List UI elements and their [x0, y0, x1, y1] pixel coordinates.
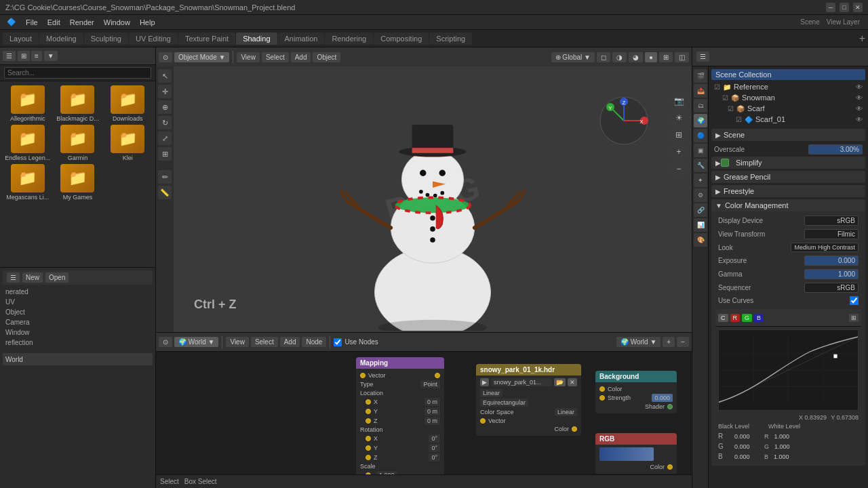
viewport-shading-wire[interactable]: ◻ — [597, 52, 610, 62]
image-equirectangular-value[interactable]: Equirectangular — [480, 399, 528, 407]
tree-scarf-01[interactable]: ☑ 🔷 Scarf_01 👁 — [711, 114, 865, 125]
view-layer-props-tab[interactable]: 🗂 — [694, 99, 707, 113]
tab-scripting[interactable]: Scripting — [429, 33, 472, 45]
overscale-value[interactable]: 3.00% — [808, 144, 863, 155]
modifier-props-tab[interactable]: 🔧 — [694, 159, 707, 172]
menu-window[interactable]: Window — [100, 17, 134, 28]
grid-view-button[interactable]: ⊞ — [18, 51, 30, 61]
data-props-tab[interactable]: 📊 — [694, 218, 707, 232]
tab-rendering[interactable]: Rendering — [325, 33, 373, 45]
folder-garmin[interactable]: 📁 — [60, 125, 94, 153]
zoom-in-icon[interactable]: + — [671, 144, 686, 159]
g-black-value[interactable]: 0.000 — [734, 443, 762, 450]
select-tool-icon[interactable]: ↖ — [158, 69, 172, 83]
gamma-value[interactable]: 1.000 — [804, 269, 859, 279]
grid-icon[interactable]: ⊞ — [671, 127, 686, 142]
node-left-icon[interactable]: ☰ — [7, 272, 20, 283]
scarf01-visibility[interactable]: 👁 — [856, 116, 863, 123]
menu-blender[interactable]: 🔷 — [3, 16, 20, 28]
image-colorspace-value[interactable]: Linear — [555, 408, 577, 416]
annotate-tool-icon[interactable]: ✏ — [158, 170, 172, 184]
global-button[interactable]: ⊕ Global ▼ — [551, 52, 595, 62]
viewport-3d[interactable]: ⊙ Object Mode ▼ View Select Add Object ⊕… — [156, 47, 692, 332]
tab-layout[interactable]: Layout — [3, 33, 39, 45]
tab-compositing[interactable]: Compositing — [374, 33, 429, 45]
simplify-section-header[interactable]: ▶ Simplify — [711, 157, 865, 169]
object-props-tab[interactable]: ▣ — [694, 144, 707, 157]
reference-visibility[interactable]: 👁 — [856, 83, 863, 91]
object-menu-button[interactable]: Object — [313, 52, 340, 62]
transform-tool-icon[interactable]: ⊞ — [158, 147, 172, 161]
folder-megascans[interactable]: 📁 — [11, 164, 45, 192]
node-select-menu[interactable]: Select — [251, 337, 278, 347]
tree-scarf[interactable]: ☑ 📦 Scarf 👁 — [711, 103, 865, 114]
camera-icon[interactable]: 📷 — [671, 94, 686, 108]
grease-pencil-header[interactable]: ▶ Grease Pencil — [711, 171, 865, 183]
node-node-menu[interactable]: Node — [302, 337, 326, 347]
props-icon[interactable]: ☰ — [696, 52, 709, 62]
menu-render[interactable]: Render — [66, 17, 98, 28]
node-editor-type-button[interactable]: ⊙ — [159, 337, 172, 347]
scale-tool-icon[interactable]: ⤢ — [158, 131, 172, 145]
use-nodes-checkbox[interactable] — [334, 338, 342, 346]
viewport-xray-toggle[interactable]: ◫ — [675, 52, 689, 62]
select-menu-button[interactable]: Select — [262, 52, 289, 62]
list-view-button[interactable]: ≡ — [31, 51, 42, 61]
curve-channel-r[interactable]: R — [730, 314, 741, 322]
r-black-value[interactable]: 0.000 — [734, 433, 762, 440]
use-curves-checkbox[interactable] — [850, 296, 859, 305]
node-add-menu[interactable]: Add — [280, 337, 300, 347]
image-texture-node[interactable]: snowy_park_01_1k.hdr ▶ snowy_park_01... … — [476, 364, 581, 436]
menu-file[interactable]: File — [22, 17, 42, 28]
viewport-shading-rendered[interactable]: ● — [645, 52, 657, 62]
curve-channel-c[interactable]: C — [718, 314, 728, 322]
background-node[interactable]: Background Color Strength 0.000 Shader — [595, 371, 677, 413]
use-nodes-toggle[interactable]: Use Nodes — [334, 338, 378, 346]
asset-search-input[interactable] — [4, 67, 151, 79]
viewport-overlays-button[interactable]: ⊙ — [159, 52, 172, 62]
sequencer-value[interactable]: sRGB — [804, 283, 859, 293]
physics-props-tab[interactable]: ⚙ — [694, 188, 707, 202]
world-editor-type[interactable]: 🌍 World ▼ — [174, 337, 218, 347]
world-props-tab[interactable]: 🔵 — [694, 129, 707, 142]
viewport-shading-solid[interactable]: ◑ — [612, 52, 627, 62]
curve-canvas[interactable] — [718, 329, 859, 411]
mapping-node[interactable]: Mapping Vector Type Point Location — [356, 357, 444, 474]
snowman-visibility[interactable]: 👁 — [856, 94, 863, 102]
folder-downloads[interactable]: 📁 — [111, 85, 144, 114]
node-zoom-out[interactable]: − — [677, 337, 689, 347]
rgb-node[interactable]: RGB Color — [595, 433, 677, 474]
view-menu-button[interactable]: View — [237, 52, 260, 62]
color-management-header[interactable]: ▼ Color Management — [711, 199, 865, 211]
node-select-label[interactable]: Select — [160, 478, 179, 485]
image-linear-value[interactable]: Linear — [480, 389, 502, 397]
mapping-rx-value[interactable]: 0° — [429, 434, 440, 443]
menu-help[interactable]: Help — [136, 17, 159, 28]
material-props-tab[interactable]: 🎨 — [694, 233, 707, 247]
curve-channel-g[interactable]: G — [742, 314, 752, 322]
window-controls[interactable]: ─ □ ✕ — [826, 3, 863, 12]
folder-blackmagic[interactable]: 📁 — [60, 85, 94, 114]
output-props-tab[interactable]: 📤 — [694, 84, 707, 98]
folder-allegorithmic[interactable]: 📁 — [11, 85, 45, 114]
scene-section-header[interactable]: ▶ Scene — [711, 129, 865, 141]
background-strength-value[interactable]: 0.000 — [652, 394, 673, 402]
maximize-button[interactable]: □ — [840, 3, 849, 12]
zoom-out-icon[interactable]: − — [671, 161, 686, 176]
tab-modeling[interactable]: Modeling — [39, 33, 83, 45]
tab-shading[interactable]: Shading — [236, 33, 277, 45]
viewport-shading-material[interactable]: ◕ — [629, 52, 643, 62]
close-button[interactable]: ✕ — [853, 3, 863, 12]
measure-tool-icon[interactable]: 📏 — [158, 186, 172, 199]
folder-endless[interactable]: 📁 — [11, 125, 45, 153]
mapping-type-value[interactable]: Point — [420, 380, 440, 388]
scarf-visibility[interactable]: 👁 — [856, 105, 863, 113]
filter-button[interactable]: ▼ — [44, 51, 58, 61]
g-white-value[interactable]: 1.000 — [774, 443, 790, 450]
node-zoom-in[interactable]: + — [663, 337, 675, 347]
open-button[interactable]: Open — [45, 272, 68, 283]
folder-klei[interactable]: 📁 — [111, 125, 144, 153]
viewport-overlays-toggle[interactable]: ⊞ — [659, 52, 673, 62]
scene-props-tab[interactable]: 🌍 — [694, 114, 707, 127]
rgb-color-preview[interactable] — [599, 447, 654, 461]
